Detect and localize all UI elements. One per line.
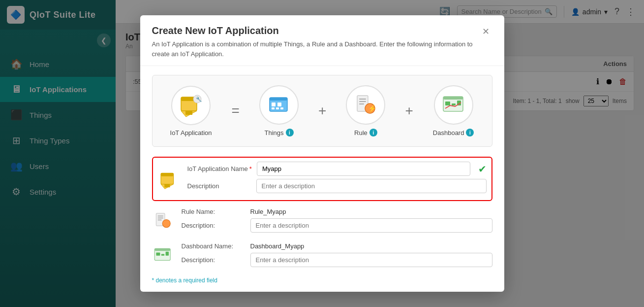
dashboard-name-value: Dashboard_Myapp bbox=[250, 242, 305, 250]
dashboard-info-icon[interactable]: i bbox=[466, 129, 474, 136]
iot-app-fields: IoT Application Name * ✔ Description bbox=[187, 162, 487, 196]
dashboard-circle bbox=[434, 85, 473, 125]
rule-name-value: Rule_Myapp bbox=[250, 208, 286, 215]
rule-circle: ⚡ bbox=[346, 85, 385, 125]
svg-rect-20 bbox=[443, 97, 463, 100]
plus1-operator: + bbox=[318, 103, 326, 119]
svg-point-32 bbox=[162, 220, 170, 228]
svg-rect-35 bbox=[156, 253, 160, 256]
dashboard-label: Dashboard i bbox=[433, 129, 474, 136]
iot-app-name-row: IoT Application Name * ✔ bbox=[187, 162, 487, 176]
rule-desc-row: Description: bbox=[182, 218, 492, 233]
svg-rect-8 bbox=[272, 102, 276, 106]
things-circle bbox=[259, 85, 299, 125]
svg-rect-29 bbox=[157, 216, 163, 217]
svg-rect-16 bbox=[359, 103, 364, 104]
dashboard-name-label: Dashboard Name: bbox=[182, 242, 245, 250]
rule-desc-input[interactable] bbox=[250, 218, 492, 233]
diagram-iot-app: 🔧 IoT Application bbox=[170, 86, 212, 136]
svg-rect-11 bbox=[276, 107, 279, 109]
svg-rect-34 bbox=[154, 249, 170, 251]
things-info-icon[interactable]: i bbox=[286, 129, 294, 136]
rule-fields: Rule Name: Rule_Myapp Description: bbox=[182, 208, 492, 236]
equals-operator: = bbox=[232, 103, 240, 119]
svg-rect-3 bbox=[185, 111, 192, 115]
dashboard-form-icon bbox=[152, 244, 174, 266]
iot-app-name-label: IoT Application Name * bbox=[187, 165, 252, 172]
svg-rect-15 bbox=[359, 101, 366, 102]
iot-app-circle: 🔧 bbox=[171, 86, 211, 125]
svg-text:⚡: ⚡ bbox=[368, 104, 377, 113]
diagram-dashboard: Dashboard i bbox=[433, 85, 474, 136]
modal-header-content: Create New IoT Application An IoT Applic… bbox=[152, 25, 479, 59]
modal-title: Create New IoT Application bbox=[152, 25, 479, 36]
diagram-things: Things i bbox=[259, 85, 299, 136]
modal-close-button[interactable]: ✕ bbox=[479, 25, 492, 38]
iot-app-name-section: IoT Application Name * ✔ Description bbox=[152, 157, 492, 201]
iot-app-desc-input[interactable] bbox=[256, 179, 487, 193]
modal: Create New IoT Application An IoT Applic… bbox=[140, 15, 504, 292]
iot-app-form-icon bbox=[158, 169, 180, 191]
rule-label: Rule i bbox=[354, 129, 377, 136]
svg-rect-21 bbox=[445, 102, 450, 105]
iot-app-name-input[interactable] bbox=[257, 162, 470, 176]
svg-rect-31 bbox=[157, 220, 161, 221]
rule-name-label: Rule Name: bbox=[182, 208, 245, 215]
modal-header: Create New IoT Application An IoT Applic… bbox=[140, 15, 504, 66]
iot-app-label: IoT Application bbox=[170, 129, 212, 136]
svg-rect-30 bbox=[157, 218, 163, 219]
rule-section: Rule Name: Rule_Myapp Description: bbox=[152, 208, 492, 236]
dashboard-desc-row: Description: bbox=[182, 253, 492, 267]
dashboard-name-row: Dashboard Name: Dashboard_Myapp bbox=[182, 242, 492, 250]
svg-rect-25 bbox=[161, 173, 174, 176]
modal-body: 🔧 IoT Application = bbox=[140, 66, 504, 292]
dashboard-section: Dashboard Name: Dashboard_Myapp Descript… bbox=[152, 242, 492, 270]
dashboard-desc-label: Description: bbox=[182, 256, 245, 264]
iot-app-desc-label: Description bbox=[187, 182, 251, 190]
svg-rect-22 bbox=[452, 103, 456, 105]
svg-rect-12 bbox=[280, 107, 283, 109]
svg-rect-27 bbox=[164, 184, 170, 187]
iot-app-desc-row: Description bbox=[187, 179, 487, 193]
svg-rect-7 bbox=[270, 98, 287, 101]
plus2-operator: + bbox=[405, 103, 413, 119]
svg-rect-37 bbox=[165, 252, 168, 256]
svg-text:🔧: 🔧 bbox=[196, 96, 202, 102]
things-label: Things i bbox=[264, 129, 293, 136]
diagram-rule: ⚡ Rule i bbox=[346, 85, 385, 136]
svg-rect-10 bbox=[272, 107, 275, 109]
rule-desc-label: Description: bbox=[182, 222, 245, 229]
rule-form-icon bbox=[152, 210, 174, 232]
svg-rect-9 bbox=[277, 102, 281, 106]
dashboard-desc-input[interactable] bbox=[250, 253, 492, 267]
rule-info-icon[interactable]: i bbox=[369, 129, 377, 136]
required-note: * denotes a required field bbox=[152, 277, 492, 284]
svg-rect-36 bbox=[161, 254, 164, 256]
rule-name-row: Rule Name: Rule_Myapp bbox=[182, 208, 492, 215]
modal-overlay[interactable]: Create New IoT Application An IoT Applic… bbox=[0, 0, 644, 307]
dashboard-fields: Dashboard Name: Dashboard_Myapp Descript… bbox=[182, 242, 492, 270]
required-star: * bbox=[249, 165, 252, 172]
diagram-row: 🔧 IoT Application = bbox=[152, 75, 492, 147]
modal-description: An IoT Application is a combination of m… bbox=[152, 39, 479, 59]
valid-checkmark-icon: ✔ bbox=[478, 163, 487, 175]
svg-rect-14 bbox=[359, 99, 366, 100]
